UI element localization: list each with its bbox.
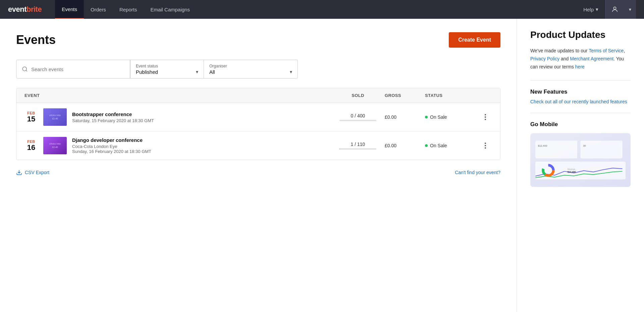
sidebar-intro-text: We've made updates to our Terms of Servi… <box>530 47 631 71</box>
search-box <box>16 60 130 79</box>
sidebar-intro-1: We've made updates to our <box>530 48 589 53</box>
chevron-down-icon-organiser: ▾ <box>290 69 292 74</box>
event-name-2[interactable]: Django developer conference <box>72 137 331 143</box>
event-cell-2: FEB 16 clicks into£2.40 Django developer… <box>24 137 331 154</box>
status-cell-2: On Sale <box>425 143 479 148</box>
svg-point-1 <box>22 67 26 71</box>
mobile-screenshot: $12,400 30 48% Revenue $12,400 <box>530 133 631 187</box>
svg-text:48%: 48% <box>538 176 542 178</box>
svg-rect-5 <box>581 141 623 159</box>
user-avatar-button[interactable] <box>605 0 624 19</box>
event-day-1: 15 <box>27 115 35 123</box>
sold-cell-2: 1 / 110 <box>331 142 385 150</box>
gross-cell-2: £0.00 <box>385 143 425 148</box>
sidebar-intro-2: , <box>624 48 625 53</box>
new-features-link[interactable]: Check out all of our recently launched f… <box>530 99 627 104</box>
create-event-button[interactable]: Create Event <box>449 32 500 48</box>
status-text-2: On Sale <box>430 143 447 148</box>
status-text-1: On Sale <box>430 114 447 120</box>
event-thumbnail-2[interactable]: clicks into£2.40 <box>43 137 67 154</box>
nav-events[interactable]: Events <box>55 0 84 19</box>
nav-email-campaigns[interactable]: Email Campaigns <box>144 0 197 19</box>
chevron-down-icon-status: ▾ <box>196 69 198 74</box>
col-header-sold: Sold <box>331 93 385 98</box>
nav-links: Events Orders Reports Email Campaigns <box>55 0 577 19</box>
table-footer: CSV Export Can't find your event? <box>16 169 500 175</box>
event-status-value-row: Published ▾ <box>136 69 198 75</box>
sold-text-2: 1 / 110 <box>351 142 365 147</box>
event-status-filter[interactable]: Event status Published ▾ <box>130 60 204 79</box>
sold-bar-fill-2 <box>339 148 340 150</box>
sold-text-1: 0 / 400 <box>351 113 365 118</box>
more-actions-button-1[interactable] <box>483 113 487 121</box>
organiser-label: Organiser <box>209 64 292 68</box>
navbar-right: Help ▾ ▾ <box>577 0 636 19</box>
svg-text:$12,400: $12,400 <box>538 144 547 147</box>
merchant-agreement-link[interactable]: Merchant Agreement <box>570 56 613 61</box>
user-icon <box>611 6 619 13</box>
download-icon <box>16 169 22 175</box>
tos-link[interactable]: Terms of Service <box>589 48 624 53</box>
csv-export-link[interactable]: CSV Export <box>16 169 49 175</box>
event-cell-1: FEB 15 clicks into£2.40 Bootstrapper con… <box>24 108 331 126</box>
event-venue-2: Coca-Cola London Eye <box>72 144 331 149</box>
new-features-title: New Features <box>530 89 631 95</box>
more-dot <box>485 147 486 149</box>
main-layout: Events Create Event Event status Publish… <box>0 19 644 312</box>
col-header-status: Status <box>425 93 479 98</box>
more-actions-button-2[interactable] <box>483 141 487 150</box>
here-link[interactable]: here <box>575 64 585 69</box>
help-menu[interactable]: Help ▾ <box>577 0 605 19</box>
event-date-2: FEB 16 <box>24 140 38 152</box>
gross-cell-1: £0.00 <box>385 114 425 120</box>
svg-line-2 <box>26 70 27 71</box>
navbar: eventbrite Events Orders Reports Email C… <box>0 0 644 19</box>
logo[interactable]: eventbrite <box>8 5 42 14</box>
more-dot <box>485 143 486 144</box>
sidebar-divider-2 <box>530 113 631 113</box>
status-dot-2 <box>425 144 428 147</box>
event-detail-1: Saturday, 15 February 2020 at 18:30 GMT <box>72 118 331 123</box>
event-day-2: 16 <box>27 144 35 152</box>
nav-reports[interactable]: Reports <box>113 0 144 19</box>
organiser-value-row: All ▾ <box>209 69 292 75</box>
event-name-1[interactable]: Bootstrapper conference <box>72 111 331 117</box>
organiser-filter[interactable]: Organiser All ▾ <box>204 60 298 79</box>
thumb-decoration-2: clicks into£2.40 <box>43 137 67 154</box>
event-date-1: FEB 15 <box>24 111 38 123</box>
search-input[interactable] <box>31 66 124 72</box>
table-header: Event Sold Gross Status <box>16 88 500 103</box>
svg-text:30: 30 <box>583 144 586 147</box>
status-dot-1 <box>425 116 428 118</box>
col-header-gross: Gross <box>385 93 425 98</box>
svg-text:$12,400: $12,400 <box>568 171 576 174</box>
page-header: Events Create Event <box>16 32 500 48</box>
organiser-value: All <box>209 69 215 75</box>
table-row: FEB 15 clicks into£2.40 Bootstrapper con… <box>16 103 500 132</box>
mobile-img-inner: $12,400 30 48% Revenue $12,400 <box>530 133 631 187</box>
nav-orders[interactable]: Orders <box>84 0 113 19</box>
csv-export-label: CSV Export <box>25 170 49 175</box>
col-header-event: Event <box>24 93 331 98</box>
thumb-decoration-1: clicks into£2.40 <box>43 108 67 126</box>
chevron-down-icon: ▾ <box>596 6 598 12</box>
more-dot <box>485 119 486 120</box>
cant-find-link[interactable]: Can't find your event? <box>455 170 500 175</box>
status-cell-1: On Sale <box>425 114 479 120</box>
sold-bar-bg-2 <box>339 148 376 150</box>
more-dot <box>485 145 486 146</box>
sidebar-title: Product Updates <box>530 30 631 40</box>
user-expand-button[interactable]: ▾ <box>624 0 636 19</box>
go-mobile-title: Go Mobile <box>530 121 631 128</box>
page-title: Events <box>16 33 56 47</box>
help-label: Help <box>583 7 594 12</box>
event-status-value: Published <box>136 69 158 75</box>
sold-bar-bg-1 <box>339 120 376 121</box>
actions-cell-1 <box>479 113 492 121</box>
event-info-1: Bootstrapper conference Saturday, 15 Feb… <box>72 111 331 123</box>
chevron-down-icon-user: ▾ <box>629 7 631 12</box>
event-thumbnail-1[interactable]: clicks into£2.40 <box>43 108 67 126</box>
privacy-policy-link[interactable]: Privacy Policy <box>530 56 559 61</box>
more-dot <box>485 116 486 118</box>
sidebar-intro-3: and <box>559 56 570 61</box>
